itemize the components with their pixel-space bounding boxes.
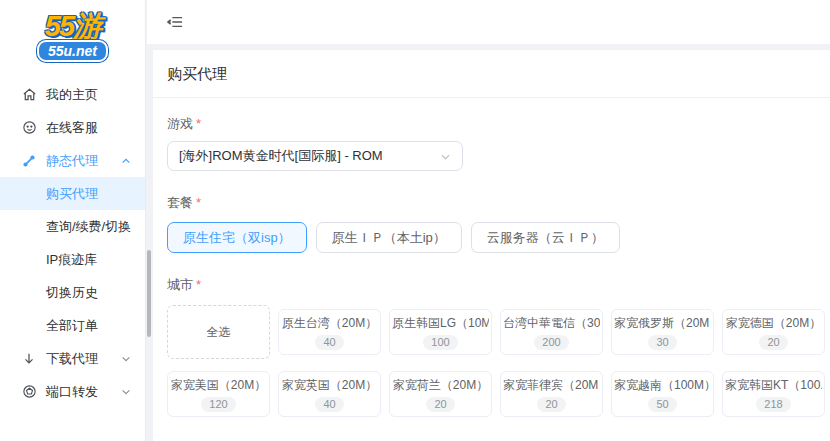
city-card-label: 家宽德国（20M） bbox=[726, 315, 821, 332]
city-card-label: 家宽英国（20M） bbox=[282, 377, 377, 394]
city-card-label: 家宽荷兰（20M） bbox=[393, 377, 488, 394]
sidebar-subitem-buy-proxy[interactable]: 购买代理 bbox=[0, 177, 145, 210]
city-card[interactable]: 家宽越南（100M） 50 bbox=[611, 371, 714, 417]
main-area: 购买代理 游戏* [海外]ROM黄金时代[国际服] - ROM 套餐* bbox=[147, 0, 830, 441]
sidebar-item-static-proxy[interactable]: 静态代理 bbox=[0, 144, 145, 177]
city-grid: 全选 原生台湾（20M） 40 原生韩国LG（10M） 100 台湾中華電信（3… bbox=[167, 305, 822, 421]
port-forward-icon bbox=[21, 384, 37, 400]
city-stock-badge: 50 bbox=[648, 397, 676, 412]
fold-menu-icon[interactable] bbox=[166, 13, 184, 31]
city-card[interactable]: 家宽菲律宾（20M） 20 bbox=[500, 371, 603, 417]
city-card-label: 家宽韩国KT（100... bbox=[725, 377, 822, 394]
sidebar-item-download-proxy[interactable]: 下载代理 bbox=[0, 342, 145, 375]
brand-domain: 55u.net bbox=[37, 40, 108, 62]
required-mark: * bbox=[196, 195, 201, 210]
city-stock-badge: 100 bbox=[423, 335, 457, 350]
city-stock-badge: 20 bbox=[759, 335, 787, 350]
sidebar-subitem-switch-history[interactable]: 切换历史 bbox=[0, 276, 145, 309]
topbar bbox=[147, 0, 830, 44]
sidebar-item-label: 端口转发 bbox=[46, 383, 98, 401]
game-label: 游戏* bbox=[167, 115, 822, 133]
city-field: 城市* 全选 原生台湾（20M） 40 原生韩国LG（10M） 100 bbox=[167, 276, 822, 421]
city-stock-badge: 200 bbox=[534, 335, 568, 350]
city-label: 城市* bbox=[167, 276, 822, 294]
package-option-native-ip[interactable]: 原生ＩＰ（本土ip） bbox=[316, 222, 462, 253]
sidebar-item-label: 查询/续费/切换 bbox=[46, 218, 131, 236]
chevron-down-icon bbox=[121, 387, 131, 397]
city-stock-badge: 40 bbox=[315, 335, 343, 350]
city-card-label: 家宽越南（100M） bbox=[614, 377, 711, 394]
city-card-label: 家宽美国（20M） bbox=[171, 377, 266, 394]
city-card[interactable]: 家宽美国（20M） 120 bbox=[167, 371, 270, 417]
chevron-down-icon bbox=[440, 151, 451, 162]
city-card[interactable]: 家宽英国（20M） 40 bbox=[278, 371, 381, 417]
city-stock-badge: 218 bbox=[756, 397, 790, 412]
package-options: 原生住宅（双isp） 原生ＩＰ（本土ip） 云服务器（云ＩＰ） bbox=[167, 222, 822, 253]
city-card-label: 原生台湾（20M） bbox=[282, 315, 377, 332]
sidebar-subitem-query-renew-switch[interactable]: 查询/续费/切换 bbox=[0, 210, 145, 243]
package-option-cloud-server[interactable]: 云服务器（云ＩＰ） bbox=[471, 222, 620, 253]
sidebar-item-label: 购买代理 bbox=[46, 185, 98, 203]
sidebar-item-label: 我的主页 bbox=[46, 86, 98, 104]
city-card[interactable]: 家宽俄罗斯（20M） 30 bbox=[611, 309, 714, 355]
game-field: 游戏* [海外]ROM黄金时代[国际服] - ROM bbox=[167, 115, 822, 171]
sidebar-item-label: 切换历史 bbox=[46, 284, 98, 302]
buy-proxy-form: 游戏* [海外]ROM黄金时代[国际服] - ROM 套餐* 原生住宅（双isp… bbox=[153, 98, 830, 441]
package-option-native-residential[interactable]: 原生住宅（双isp） bbox=[167, 222, 307, 253]
city-card[interactable]: 台湾中華電信（30... 200 bbox=[500, 309, 603, 355]
sidebar: 55游 55u.net 我的主页 在线客服 静态代理 购买代理 bbox=[0, 0, 146, 441]
brand-logo[interactable]: 55游 55u.net bbox=[17, 10, 129, 62]
required-mark: * bbox=[196, 116, 201, 131]
game-select-value: [海外]ROM黄金时代[国际服] - ROM bbox=[179, 147, 383, 165]
city-card-label: 家宽俄罗斯（20M） bbox=[614, 315, 711, 332]
brand-title: 55游 bbox=[17, 10, 129, 42]
sidebar-item-label: 在线客服 bbox=[46, 119, 98, 137]
chevron-up-icon bbox=[121, 156, 131, 166]
sidebar-item-home[interactable]: 我的主页 bbox=[0, 78, 145, 111]
package-label: 套餐* bbox=[167, 194, 822, 212]
city-card-label: 全选 bbox=[207, 324, 231, 341]
page-title: 购买代理 bbox=[153, 50, 830, 98]
sidebar-item-port-forward[interactable]: 端口转发 bbox=[0, 375, 145, 408]
static-proxy-icon bbox=[21, 153, 37, 169]
city-card-label: 台湾中華電信（30... bbox=[503, 315, 600, 332]
required-mark: * bbox=[196, 277, 201, 292]
sidebar-subitem-ip-trace[interactable]: IP痕迹库 bbox=[0, 243, 145, 276]
customer-service-icon bbox=[21, 120, 37, 136]
city-card[interactable]: 家宽韩国KT（100... 218 bbox=[722, 371, 825, 417]
sidebar-item-support[interactable]: 在线客服 bbox=[0, 111, 145, 144]
download-icon bbox=[21, 351, 37, 367]
city-stock-badge: 30 bbox=[648, 335, 676, 350]
city-card-label: 原生韩国LG（10M） bbox=[392, 315, 489, 332]
sidebar-item-label: 下载代理 bbox=[46, 350, 98, 368]
sidebar-item-label: 静态代理 bbox=[46, 152, 98, 170]
city-stock-badge: 20 bbox=[537, 397, 565, 412]
sidebar-item-label: 全部订单 bbox=[46, 317, 98, 335]
package-field: 套餐* 原生住宅（双isp） 原生ＩＰ（本土ip） 云服务器（云ＩＰ） bbox=[167, 194, 822, 253]
city-card[interactable]: 原生韩国LG（10M） 100 bbox=[389, 309, 492, 355]
game-select[interactable]: [海外]ROM黄金时代[国际服] - ROM bbox=[167, 141, 463, 171]
sidebar-item-label: IP痕迹库 bbox=[46, 251, 97, 269]
city-stock-badge: 120 bbox=[201, 397, 235, 412]
sidebar-subitem-all-orders[interactable]: 全部订单 bbox=[0, 309, 145, 342]
sidebar-menu: 我的主页 在线客服 静态代理 购买代理 查询/续费/切换 IP痕迹库 bbox=[0, 78, 145, 408]
sidebar-scrollbar-thumb[interactable] bbox=[147, 250, 151, 337]
chevron-down-icon bbox=[121, 354, 131, 364]
city-card[interactable]: 家宽德国（20M） 20 bbox=[722, 309, 825, 355]
content-card: 购买代理 游戏* [海外]ROM黄金时代[国际服] - ROM 套餐* bbox=[153, 50, 830, 441]
city-card[interactable]: 家宽荷兰（20M） 20 bbox=[389, 371, 492, 417]
city-stock-badge: 20 bbox=[426, 397, 454, 412]
city-select-all-card[interactable]: 全选 bbox=[167, 305, 270, 359]
city-card[interactable]: 原生台湾（20M） 40 bbox=[278, 309, 381, 355]
home-icon bbox=[21, 87, 37, 103]
city-card-label: 家宽菲律宾（20M） bbox=[503, 377, 600, 394]
city-stock-badge: 40 bbox=[315, 397, 343, 412]
